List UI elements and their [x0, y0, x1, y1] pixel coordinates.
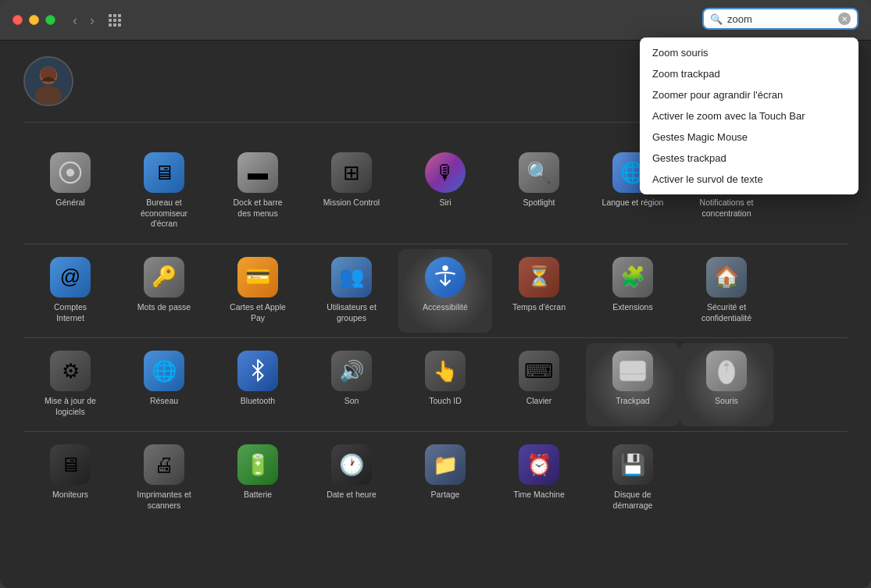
pref-label-timemachine: Time Machine — [513, 490, 565, 501]
pref-label-language: Langue et région — [602, 198, 664, 208]
back-button[interactable]: ‹ — [68, 12, 82, 29]
dropdown-item-5[interactable]: Gestes trackpad — [640, 148, 859, 169]
pref-item-users[interactable]: 👥Utilisateurs et groupes — [305, 249, 398, 333]
pref-icon-passwords: 🔑 — [144, 257, 184, 298]
pref-icon-general — [50, 152, 91, 193]
pref-label-mouse: Souris — [715, 396, 738, 407]
pref-row-2: ⚙Mise à jour de logiciels🌐RéseauBluetoot… — [23, 343, 848, 426]
pref-item-dock[interactable]: ▬Dock et barre des menus — [211, 144, 305, 239]
pref-item-empty[interactable] — [680, 437, 773, 520]
svg-point-5 — [66, 169, 74, 176]
pref-item-trackpad[interactable]: Trackpad — [586, 343, 680, 426]
grid-icon[interactable] — [109, 14, 121, 27]
pref-label-dock: Dock et barre des menus — [227, 198, 289, 219]
pref-item-bluetooth[interactable]: Bluetooth — [211, 343, 305, 426]
pref-icon-accounts: @ — [50, 257, 91, 298]
pref-icon-battery: 🔋 — [237, 444, 278, 485]
avatar — [23, 56, 73, 106]
pref-label-monitors: Moniteurs — [52, 490, 88, 501]
pref-item-passwords[interactable]: 🔑Mots de passe — [117, 249, 211, 333]
pref-row-3: 🖥Moniteurs🖨Imprimantes et scanners🔋Batte… — [23, 437, 848, 520]
pref-row-1: @Comptes Internet🔑Mots de passe💳Cartes e… — [23, 249, 848, 333]
minimize-button[interactable] — [29, 15, 39, 25]
pref-icon-update: ⚙ — [50, 351, 91, 391]
pref-label-printers: Imprimantes et scanners — [133, 490, 195, 511]
pref-label-keyboard: Clavier — [527, 396, 552, 407]
pref-item-wallet[interactable]: 💳Cartes et Apple Pay — [211, 249, 305, 333]
pref-item-extensions[interactable]: 🧩Extensions — [586, 249, 680, 333]
pref-item-printers[interactable]: 🖨Imprimantes et scanners — [117, 437, 211, 520]
pref-label-users: Utilisateurs et groupes — [320, 302, 383, 323]
pref-item-spotlight[interactable]: 🔍Spotlight — [492, 144, 586, 239]
pref-item-sound[interactable]: 🔊Son — [305, 343, 398, 426]
pref-item-network[interactable]: 🌐Réseau — [117, 343, 211, 426]
pref-item-accounts[interactable]: @Comptes Internet — [23, 249, 117, 333]
pref-item-screentime[interactable]: ⏳Temps d'écran — [492, 249, 586, 333]
pref-item-startup[interactable]: 💾Disque de démarrage — [586, 437, 680, 520]
pref-icon-mission: ⊞ — [331, 152, 372, 193]
pref-icon-touchid: 👆 — [425, 351, 466, 391]
pref-item-touchid[interactable]: 👆Touch ID — [398, 343, 492, 426]
pref-label-desktop: Bureau et économiseur d'écran — [133, 198, 195, 230]
search-icon: 🔍 — [710, 13, 723, 25]
pref-item-security[interactable]: 🏠Sécurité et confidentialité — [680, 249, 773, 333]
pref-label-network: Réseau — [150, 396, 178, 407]
pref-item-desktop[interactable]: 🖥Bureau et économiseur d'écran — [117, 144, 211, 239]
pref-item-update[interactable]: ⚙Mise à jour de logiciels — [23, 343, 117, 426]
dropdown-item-4[interactable]: Gestes Magic Mouse — [640, 127, 859, 148]
pref-icon-users: 👥 — [331, 257, 372, 298]
pref-item-mouse[interactable]: Souris — [680, 343, 773, 426]
pref-icon-printers: 🖨 — [144, 444, 184, 485]
pref-label-trackpad: Trackpad — [616, 396, 649, 407]
pref-icon-dock: ▬ — [237, 152, 278, 193]
nav-buttons: ‹ › — [68, 12, 99, 29]
traffic-lights — [12, 15, 55, 25]
dropdown-item-2[interactable]: Zoomer pour agrandir l'écran — [640, 84, 859, 105]
search-input[interactable] — [727, 13, 834, 25]
pref-label-accounts: Comptes Internet — [39, 302, 102, 323]
pref-icon-sound: 🔊 — [331, 351, 372, 391]
dropdown-item-3[interactable]: Activer le zoom avec la Touch Bar — [640, 105, 859, 127]
pref-label-sound: Son — [344, 396, 359, 407]
pref-item-mission[interactable]: ⊞Mission Control — [305, 144, 398, 239]
svg-point-2 — [35, 86, 62, 106]
pref-item-general[interactable]: Général — [23, 144, 117, 239]
dropdown-item-0[interactable]: Zoom souris — [640, 42, 859, 63]
pref-label-touchid: Touch ID — [429, 396, 461, 407]
pref-label-notif: Notifications et concentration — [695, 198, 758, 219]
search-clear-button[interactable]: ✕ — [838, 12, 851, 25]
pref-label-bluetooth: Bluetooth — [241, 396, 275, 407]
pref-item-siri[interactable]: 🎙Siri — [398, 144, 492, 239]
close-button[interactable] — [12, 15, 23, 25]
pref-icon-siri: 🎙 — [425, 152, 466, 193]
pref-icon-keyboard: ⌨ — [519, 351, 559, 391]
pref-icon-spotlight: 🔍 — [519, 152, 559, 193]
pref-label-update: Mise à jour de logiciels — [39, 396, 102, 417]
pref-icon-monitors: 🖥 — [50, 444, 91, 485]
pref-item-battery[interactable]: 🔋Batterie — [211, 437, 305, 520]
pref-label-datetime: Date et heure — [327, 490, 377, 501]
pref-item-accessibility[interactable]: Accessibilité — [398, 249, 492, 333]
pref-icon-datetime: 🕐 — [331, 444, 372, 485]
search-dropdown: Zoom sourisZoom trackpadZoomer pour agra… — [640, 37, 859, 194]
pref-item-keyboard[interactable]: ⌨Clavier — [492, 343, 586, 426]
pref-label-startup: Disque de démarrage — [601, 490, 664, 511]
pref-icon-sharing: 📁 — [425, 444, 466, 485]
pref-label-spotlight: Spotlight — [523, 198, 555, 208]
forward-button[interactable]: › — [85, 12, 99, 29]
maximize-button[interactable] — [45, 15, 55, 25]
pref-item-timemachine[interactable]: ⏰Time Machine — [492, 437, 586, 520]
pref-label-mission: Mission Control — [323, 198, 380, 208]
pref-item-monitors[interactable]: 🖥Moniteurs — [23, 437, 117, 520]
preferences-grid: Général🖥Bureau et économiseur d'écran▬Do… — [23, 144, 848, 521]
pref-icon-wallet: 💳 — [237, 257, 278, 298]
pref-icon-mouse — [706, 351, 747, 391]
dropdown-item-6[interactable]: Activer le survol de texte — [640, 169, 859, 190]
pref-item-sharing[interactable]: 📁Partage — [398, 437, 492, 520]
pref-item-datetime[interactable]: 🕐Date et heure — [305, 437, 398, 520]
dropdown-item-1[interactable]: Zoom trackpad — [640, 63, 859, 84]
search-box: 🔍 ✕ — [702, 8, 859, 30]
svg-point-6 — [442, 265, 448, 271]
svg-rect-7 — [619, 361, 646, 381]
pref-label-passwords: Mots de passe — [137, 302, 191, 313]
